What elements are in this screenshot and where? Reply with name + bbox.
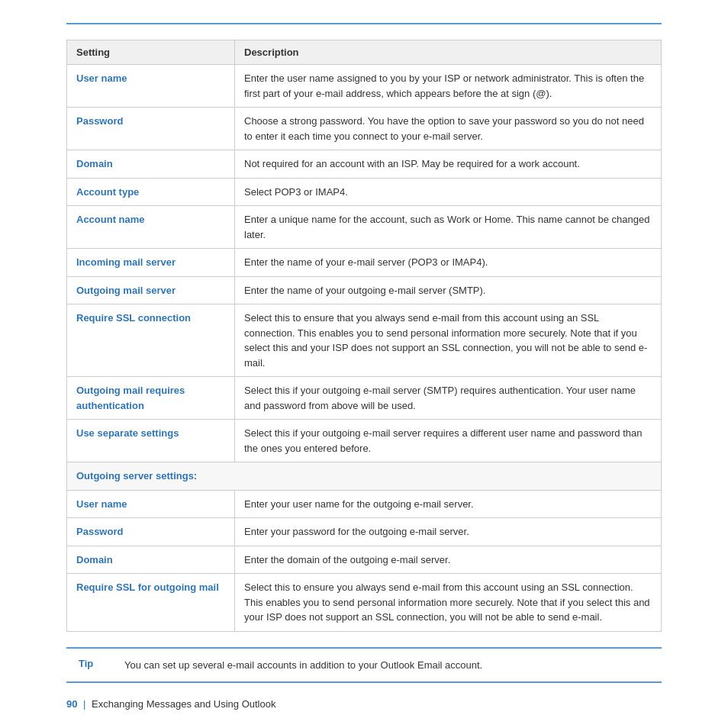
setting-label: Require SSL connection — [76, 312, 191, 324]
table-row: Require SSL for outgoing mailSelect this… — [67, 574, 662, 632]
description-cell: Select this to ensure that you always se… — [235, 304, 662, 377]
setting-label: Require SSL for outgoing mail — [76, 581, 219, 593]
setting-cell: Outgoing mail server — [67, 276, 235, 304]
setting-label: Account name — [76, 214, 145, 225]
description-cell: Enter the user name assigned to you by y… — [235, 65, 662, 108]
setting-label: Outgoing mail requires authentication — [76, 385, 185, 411]
separator: | — [80, 698, 89, 710]
table-row: Outgoing server settings: — [67, 462, 662, 491]
col-header-description: Description — [235, 40, 662, 65]
setting-cell: Require SSL for outgoing mail — [67, 574, 235, 632]
setting-label: Incoming mail server — [76, 256, 176, 268]
setting-label: Domain — [76, 158, 113, 169]
setting-label: Domain — [76, 554, 113, 565]
setting-label: Account type — [76, 186, 139, 198]
setting-cell: User name — [67, 490, 235, 518]
setting-label: Password — [76, 526, 123, 537]
setting-cell: Account type — [67, 178, 235, 206]
footer-text: Exchanging Messages and Using Outlook — [92, 698, 275, 710]
setting-cell: Incoming mail server — [67, 249, 235, 277]
setting-label: User name — [76, 72, 127, 84]
description-cell: Enter a unique name for the account, suc… — [235, 206, 662, 249]
settings-table: Setting Description User nameEnter the u… — [66, 40, 662, 632]
setting-label: Use separate settings — [76, 427, 179, 439]
setting-label: User name — [76, 498, 127, 510]
description-cell: Enter the name of your e-mail server (PO… — [235, 249, 662, 277]
top-rule — [66, 23, 662, 24]
tip-label: Tip — [79, 658, 109, 669]
table-row: User nameEnter your user name for the ou… — [67, 490, 662, 518]
setting-cell: Account name — [67, 206, 235, 249]
table-row: PasswordChoose a strong password. You ha… — [67, 108, 662, 150]
tip-box: Tip You can set up several e-mail accoun… — [66, 647, 662, 684]
setting-cell: Domain — [67, 150, 235, 179]
table-row: Account nameEnter a unique name for the … — [67, 206, 662, 249]
setting-cell: Require SSL connection — [67, 304, 235, 377]
setting-cell: Outgoing mail requires authentication — [67, 377, 235, 420]
page-number: 90 — [66, 698, 77, 710]
description-cell: Enter your user name for the outgoing e-… — [235, 490, 662, 518]
table-row: Incoming mail serverEnter the name of yo… — [67, 249, 662, 277]
setting-cell: Use separate settings — [67, 420, 235, 462]
table-row: Use separate settingsSelect this if your… — [67, 420, 662, 462]
setting-label: Password — [76, 115, 123, 127]
description-cell: Select this if your outgoing e-mail serv… — [235, 420, 662, 462]
setting-cell: Password — [67, 108, 235, 150]
section-header-cell: Outgoing server settings: — [67, 462, 662, 491]
setting-cell: User name — [67, 65, 235, 108]
description-cell: Enter the name of your outgoing e-mail s… — [235, 276, 662, 304]
description-cell: Select POP3 or IMAP4. — [235, 178, 662, 206]
tip-text: You can set up several e-mail accounts i… — [124, 658, 482, 673]
table-row: DomainNot required for an account with a… — [67, 150, 662, 179]
setting-cell: Domain — [67, 546, 235, 574]
description-cell: Select this if your outgoing e-mail serv… — [235, 377, 662, 420]
table-row: Require SSL connectionSelect this to ens… — [67, 304, 662, 377]
description-cell: Not required for an account with an ISP.… — [235, 150, 662, 179]
table-row: Outgoing mail serverEnter the name of yo… — [67, 276, 662, 304]
table-row: PasswordEnter your password for the outg… — [67, 518, 662, 546]
col-header-setting: Setting — [67, 40, 235, 65]
page-container: Setting Description User nameEnter the u… — [66, 23, 662, 710]
table-header-row: Setting Description — [67, 40, 662, 65]
table-row: DomainEnter the domain of the outgoing e… — [67, 546, 662, 574]
table-row: User nameEnter the user name assigned to… — [67, 65, 662, 108]
description-cell: Choose a strong password. You have the o… — [235, 108, 662, 150]
table-row: Outgoing mail requires authenticationSel… — [67, 377, 662, 420]
setting-cell: Password — [67, 518, 235, 546]
setting-label: Outgoing mail server — [76, 285, 176, 296]
description-cell: Enter the domain of the outgoing e-mail … — [235, 546, 662, 574]
page-footer: 90 | Exchanging Messages and Using Outlo… — [66, 698, 662, 710]
table-row: Account typeSelect POP3 or IMAP4. — [67, 178, 662, 206]
description-cell: Enter your password for the outgoing e-m… — [235, 518, 662, 546]
description-cell: Select this to ensure you always send e-… — [235, 574, 662, 632]
